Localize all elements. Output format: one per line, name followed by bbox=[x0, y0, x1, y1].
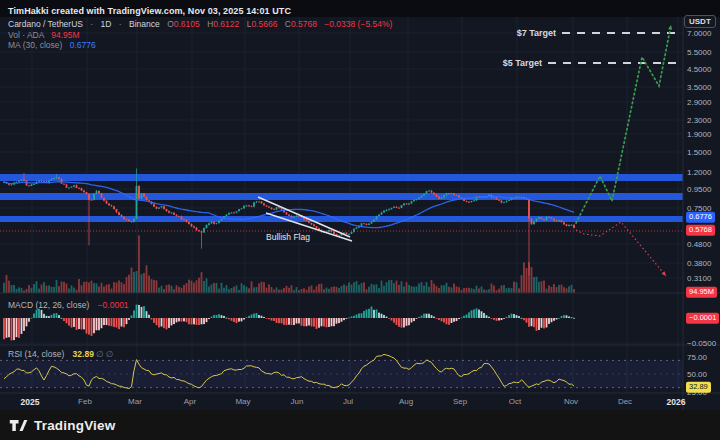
time-axis-label-aug: Aug bbox=[399, 397, 413, 406]
rsi-legend[interactable]: RSI (14, close) 32.89 ∅ ∅ bbox=[8, 349, 113, 359]
time-axis-label-jul: Jul bbox=[343, 397, 353, 406]
volume-label: Vol · ADA bbox=[8, 30, 44, 40]
time-axis-label-apr: Apr bbox=[184, 397, 196, 406]
time-axis-label-jun: Jun bbox=[291, 397, 304, 406]
volume-badge: 94.95M bbox=[686, 287, 717, 298]
time-axis-label-may: May bbox=[235, 397, 250, 406]
chart-canvas[interactable] bbox=[0, 0, 720, 440]
price-axis-label: 3.5000 bbox=[687, 83, 711, 92]
volume-row[interactable]: Vol · ADA 94.95M bbox=[8, 30, 392, 41]
price-axis-label: 0.3800 bbox=[687, 259, 711, 268]
open-value: 0.6105 bbox=[174, 19, 200, 29]
interval-label[interactable]: 1D bbox=[101, 19, 112, 29]
price-axis-label: 2.9000 bbox=[687, 98, 711, 107]
ma-price-badge: 0.6776 bbox=[686, 212, 715, 223]
price-axis-label: 0.4800 bbox=[687, 240, 711, 249]
time-axis-label-oct: Oct bbox=[509, 397, 521, 406]
attribution-text: TimHakki created with TradingView.com, N… bbox=[8, 6, 291, 16]
time-axis-label-2026: 2026 bbox=[667, 397, 686, 407]
price-axis-label: −0.0500 bbox=[687, 339, 716, 348]
price-axis-label: 0.9500 bbox=[687, 185, 711, 194]
tradingview-snapshot: TimHakki created with TradingView.com, N… bbox=[0, 0, 720, 440]
price-axis-label: 1.2000 bbox=[687, 168, 711, 177]
symbol-name[interactable]: Cardano / TetherUS bbox=[8, 19, 83, 29]
ma-label: MA (30, close) bbox=[8, 40, 62, 50]
ma-row[interactable]: MA (30, close) 0.6776 bbox=[8, 40, 392, 51]
price-axis-label: 50.00 bbox=[687, 370, 707, 379]
usdt-currency-button[interactable]: USDT bbox=[684, 15, 716, 28]
tradingview-footer[interactable]: TradingView bbox=[0, 410, 720, 440]
price-axis-label: 1.5000 bbox=[687, 148, 711, 157]
rsi-null-values: ∅ ∅ bbox=[96, 349, 113, 359]
high-value: 0.6122 bbox=[213, 19, 239, 29]
price-axis-label: 7.0000 bbox=[687, 29, 711, 38]
target-5-label: $5 Target bbox=[503, 58, 542, 68]
rsi-title: RSI (14, close) bbox=[8, 349, 64, 359]
bullish-flag-label: Bullish Flag bbox=[266, 232, 310, 242]
time-axis-label-2025: 2025 bbox=[21, 397, 40, 407]
last-price-badge: 0.5768 bbox=[686, 225, 715, 236]
macd-value: −0.0001 bbox=[98, 300, 129, 310]
macd-legend[interactable]: MACD (12, 26, close) −0.0001 bbox=[8, 300, 129, 310]
price-axis-label: 0.3100 bbox=[687, 274, 711, 283]
price-axis-label: 4.5000 bbox=[687, 65, 711, 74]
time-axis-label-feb: Feb bbox=[78, 397, 92, 406]
time-axis-label-dec: Dec bbox=[618, 397, 632, 406]
rsi-value: 32.89 bbox=[73, 349, 94, 359]
open-label: O bbox=[167, 19, 174, 29]
price-axis-label: 2.3000 bbox=[687, 116, 711, 125]
tradingview-logo-icon bbox=[9, 418, 28, 433]
attribution-bar: TimHakki created with TradingView.com, N… bbox=[0, 0, 720, 17]
macd-title: MACD (12, 26, close) bbox=[8, 300, 89, 310]
change-value: −0.0338 (−5.54%) bbox=[324, 19, 392, 29]
price-axis-label: 1.9000 bbox=[687, 130, 711, 139]
volume-value: 94.95M bbox=[51, 30, 79, 40]
symbol-legend: Cardano / TetherUS · 1D · Binance O0.610… bbox=[8, 19, 392, 51]
exchange-label: Binance bbox=[129, 19, 160, 29]
time-axis-label-sep: Sep bbox=[453, 397, 467, 406]
macd-badge: −0.0001 bbox=[686, 313, 719, 324]
symbol-row[interactable]: Cardano / TetherUS · 1D · Binance O0.610… bbox=[8, 19, 392, 30]
tradingview-wordmark: TradingView bbox=[34, 418, 115, 433]
rsi-badge: 32.89 bbox=[686, 382, 711, 393]
ma-value: 0.6776 bbox=[70, 40, 96, 50]
time-axis-label-mar: Mar bbox=[128, 397, 142, 406]
target-7-label: $7 Target bbox=[517, 28, 556, 38]
price-axis-label: 75.00 bbox=[687, 353, 707, 362]
close-value: 0.5768 bbox=[291, 19, 317, 29]
low-value: 0.5666 bbox=[251, 19, 277, 29]
price-axis-label: 5.5000 bbox=[687, 48, 711, 57]
time-axis-label-nov: Nov bbox=[564, 397, 578, 406]
